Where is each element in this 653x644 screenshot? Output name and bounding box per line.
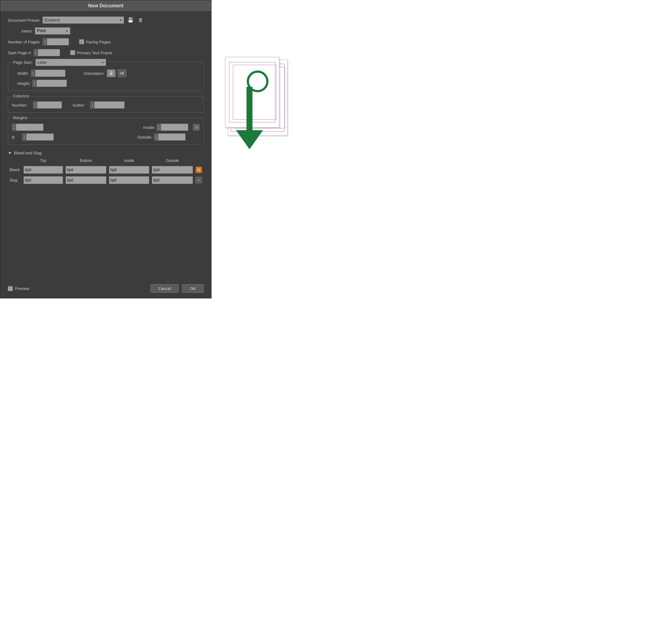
col-outside-header: Outside bbox=[151, 159, 194, 164]
width-label: Width: bbox=[17, 71, 29, 76]
intent-dropdown-arrow: ▼ bbox=[66, 29, 68, 32]
preview-wrap: Preview bbox=[8, 286, 29, 291]
svg-point-1 bbox=[111, 72, 112, 73]
margin-top-input[interactable] bbox=[16, 124, 43, 131]
facing-pages-label: Facing Pages bbox=[86, 40, 111, 44]
slug-label: Slug: bbox=[8, 175, 22, 185]
page-size-group-title: Page Size: Letter ▼ bbox=[11, 59, 108, 66]
num-pages-up[interactable]: ▲ bbox=[43, 39, 47, 42]
bleed-outside-input[interactable] bbox=[152, 166, 193, 174]
slug-inside-input[interactable] bbox=[109, 176, 149, 184]
orientation-landscape-button[interactable] bbox=[118, 69, 126, 77]
svg-point-4 bbox=[121, 73, 122, 74]
orientation-portrait-button[interactable] bbox=[107, 69, 116, 77]
num-pages-down[interactable]: ▼ bbox=[43, 42, 47, 44]
margin-outside-down[interactable]: ▼ bbox=[154, 137, 158, 139]
primary-text-frame-wrap: Primary Text Frame bbox=[70, 50, 113, 55]
facing-pages-checkbox[interactable]: ✓ bbox=[79, 39, 84, 44]
cancel-button[interactable]: Cancel bbox=[150, 284, 179, 293]
dialog-title: New Document bbox=[0, 0, 211, 12]
height-spinner[interactable]: ▲ ▼ bbox=[32, 80, 67, 87]
svg-rect-2 bbox=[111, 73, 112, 75]
height-up[interactable]: ▲ bbox=[33, 81, 37, 83]
page-size-dropdown-arrow: ▼ bbox=[101, 61, 104, 64]
margin-bottom-down[interactable]: ▼ bbox=[23, 137, 26, 139]
margin-top-down[interactable]: ▼ bbox=[12, 127, 16, 130]
start-page-down[interactable]: ▼ bbox=[34, 53, 38, 55]
margin-bottom-input[interactable] bbox=[27, 134, 54, 141]
margin-inside-spinner[interactable]: ▲ ▼ bbox=[157, 124, 188, 131]
page-front bbox=[225, 57, 279, 127]
margin-top-spinner[interactable]: ▲ ▼ bbox=[12, 124, 43, 131]
height-input[interactable] bbox=[37, 80, 67, 87]
slug-outside-input[interactable] bbox=[152, 176, 193, 184]
primary-text-frame-checkbox[interactable] bbox=[70, 50, 75, 55]
slug-bottom-input[interactable] bbox=[66, 176, 106, 184]
cols-num-down[interactable]: ▼ bbox=[33, 105, 37, 108]
gutter-label: Gutter: bbox=[73, 103, 85, 108]
preset-label: Document Preset: bbox=[8, 18, 41, 23]
ok-button[interactable]: OK bbox=[182, 284, 204, 293]
width-input[interactable] bbox=[35, 70, 65, 77]
margin-inside-down[interactable]: ▼ bbox=[157, 127, 161, 130]
start-page-up[interactable]: ▲ bbox=[34, 50, 38, 53]
margin-outside-input[interactable] bbox=[159, 134, 186, 141]
margin-outside-up[interactable]: ▲ bbox=[154, 135, 158, 137]
start-page-label: Start Page #: bbox=[8, 50, 32, 55]
margin-bottom-spinner[interactable]: ▲ ▼ bbox=[22, 134, 54, 141]
bleed-bottom-input[interactable] bbox=[66, 166, 106, 174]
page-margin-left bbox=[229, 62, 229, 122]
bleed-slug-collapse-icon: ▼ bbox=[8, 150, 12, 155]
margins-group-title: Margins bbox=[11, 115, 29, 120]
bleed-label: Bleed: bbox=[8, 165, 22, 175]
page-margin-bottom bbox=[229, 122, 275, 122]
margin-top-up[interactable]: ▲ bbox=[12, 125, 16, 127]
intent-dropdown[interactable]: Print ▼ bbox=[35, 27, 70, 34]
start-page-input[interactable] bbox=[38, 49, 60, 56]
height-down[interactable]: ▼ bbox=[33, 83, 37, 86]
gutter-up[interactable]: ▲ bbox=[91, 102, 94, 105]
margin-bottom-up[interactable]: ▲ bbox=[23, 135, 26, 137]
bleed-inside-input[interactable] bbox=[109, 166, 149, 174]
width-up[interactable]: ▲ bbox=[31, 71, 35, 73]
bleed-top-input[interactable] bbox=[24, 166, 63, 174]
num-pages-input[interactable] bbox=[47, 38, 69, 45]
margins-link-button[interactable]: ⛓ bbox=[193, 124, 200, 130]
svg-rect-5 bbox=[122, 72, 123, 74]
margin-outside-spinner[interactable]: ▲ ▼ bbox=[154, 134, 186, 141]
columns-number-input[interactable] bbox=[38, 101, 62, 109]
page-preview bbox=[225, 57, 296, 138]
margin-inside-input[interactable] bbox=[161, 124, 188, 131]
start-page-spinner[interactable]: ▲ ▼ bbox=[34, 49, 60, 56]
preview-panel bbox=[212, 0, 653, 146]
gutter-input[interactable] bbox=[95, 101, 124, 109]
cols-num-up[interactable]: ▲ bbox=[33, 102, 37, 105]
dialog-footer: Preview Cancel OK bbox=[0, 281, 211, 298]
margin-bottom-prefix: B bbox=[12, 135, 20, 139]
preset-dropdown[interactable]: [Custom] ▼ bbox=[43, 17, 124, 24]
num-pages-label: Number of Pages: bbox=[8, 40, 41, 44]
num-pages-spinner[interactable]: ▲ ▼ bbox=[43, 38, 69, 45]
preset-save-button[interactable]: 💾 bbox=[126, 17, 135, 24]
facing-pages-wrap: ✓ Facing Pages bbox=[79, 39, 111, 44]
width-spinner[interactable]: ▲ ▼ bbox=[31, 70, 65, 77]
gutter-down[interactable]: ▼ bbox=[91, 105, 94, 108]
margin-inside-up[interactable]: ▲ bbox=[157, 125, 161, 127]
page-size-dropdown[interactable]: Letter ▼ bbox=[35, 59, 106, 66]
columns-number-spinner[interactable]: ▲ ▼ bbox=[33, 101, 62, 109]
gutter-spinner[interactable]: ▲ ▼ bbox=[90, 101, 124, 109]
preset-delete-button[interactable]: 🗑 bbox=[137, 17, 145, 24]
preview-checkbox[interactable] bbox=[8, 286, 13, 291]
slug-top-input[interactable] bbox=[24, 176, 63, 184]
bleed-link-button[interactable]: ⛓ bbox=[195, 167, 202, 173]
margin-top-row: ▲ ▼ Inside: ▲ ▼ bbox=[12, 124, 200, 131]
primary-text-frame-label: Primary Text Frame bbox=[77, 50, 113, 55]
slug-link-button[interactable]: ✳ bbox=[195, 177, 202, 183]
num-pages-row: Number of Pages: ▲ ▼ ✓ Facing Pages bbox=[8, 38, 204, 45]
height-label: Height: bbox=[17, 81, 30, 86]
margins-group: Margins ▲ ▼ Inside: bbox=[8, 118, 204, 145]
bleed-slug-table: Top Bottom Inside Outside Bleed: ⛓ bbox=[8, 158, 204, 186]
width-down[interactable]: ▼ bbox=[31, 73, 35, 76]
bleed-slug-header[interactable]: ▼ Bleed and Slug bbox=[8, 150, 204, 155]
intent-row: Intent: Print ▼ bbox=[8, 27, 204, 34]
